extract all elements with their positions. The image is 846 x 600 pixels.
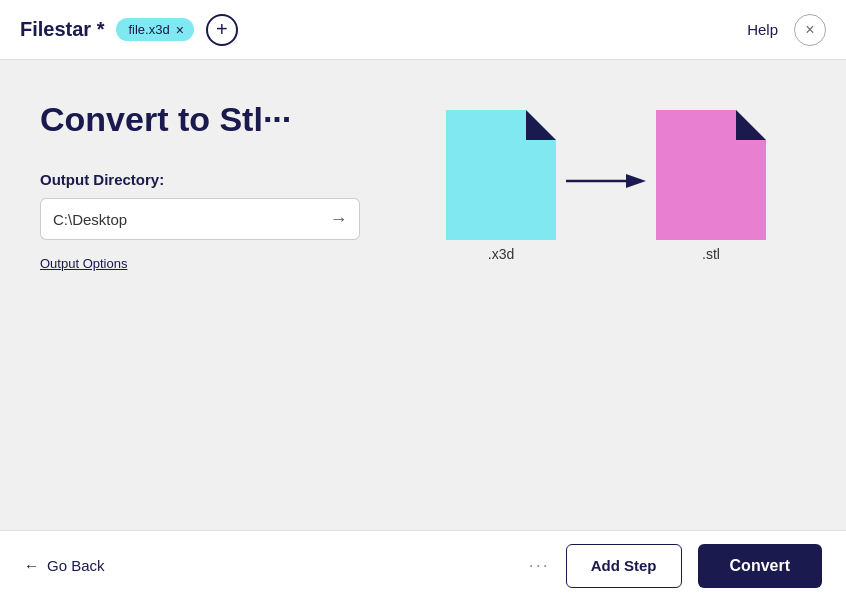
convert-button[interactable]: Convert: [698, 544, 822, 588]
conversion-arrow: [566, 169, 646, 193]
file-tag-close-icon[interactable]: ×: [176, 23, 184, 37]
file-tag: file.x3d ×: [116, 18, 193, 41]
output-directory-row: →: [40, 198, 360, 240]
arrow-left-icon: ←: [24, 557, 39, 574]
source-file-label: .x3d: [488, 246, 514, 262]
svg-marker-5: [736, 110, 766, 140]
go-back-label: Go Back: [47, 557, 105, 574]
browse-directory-button[interactable]: →: [318, 198, 360, 240]
svg-marker-3: [626, 174, 646, 188]
target-file-label: .stl: [702, 246, 720, 262]
output-directory-input[interactable]: [40, 198, 318, 240]
main-content: Convert to Stl··· Output Directory: → Ou…: [0, 60, 846, 530]
source-file-wrapper: .x3d: [446, 110, 556, 262]
help-link[interactable]: Help: [747, 21, 778, 38]
app-title: Filestar *: [20, 18, 104, 41]
target-file-icon: [656, 110, 766, 240]
svg-marker-1: [526, 110, 556, 140]
output-options-link[interactable]: Output Options: [40, 256, 127, 271]
close-button[interactable]: ×: [794, 14, 826, 46]
source-file-icon: [446, 110, 556, 240]
file-tag-label: file.x3d: [128, 22, 169, 37]
header-left: Filestar * file.x3d × +: [20, 14, 238, 46]
header-right: Help ×: [747, 14, 826, 46]
more-options-button[interactable]: ···: [529, 555, 550, 576]
footer: ← Go Back ··· Add Step Convert: [0, 530, 846, 600]
go-back-button[interactable]: ← Go Back: [24, 557, 105, 574]
add-step-button[interactable]: Add Step: [566, 544, 682, 588]
footer-right: ··· Add Step Convert: [529, 544, 822, 588]
target-file-wrapper: .stl: [656, 110, 766, 262]
arrow-right-icon: →: [330, 209, 348, 230]
header: Filestar * file.x3d × + Help ×: [0, 0, 846, 60]
add-file-button[interactable]: +: [206, 14, 238, 46]
conversion-illustration: .x3d .stl: [446, 110, 766, 262]
